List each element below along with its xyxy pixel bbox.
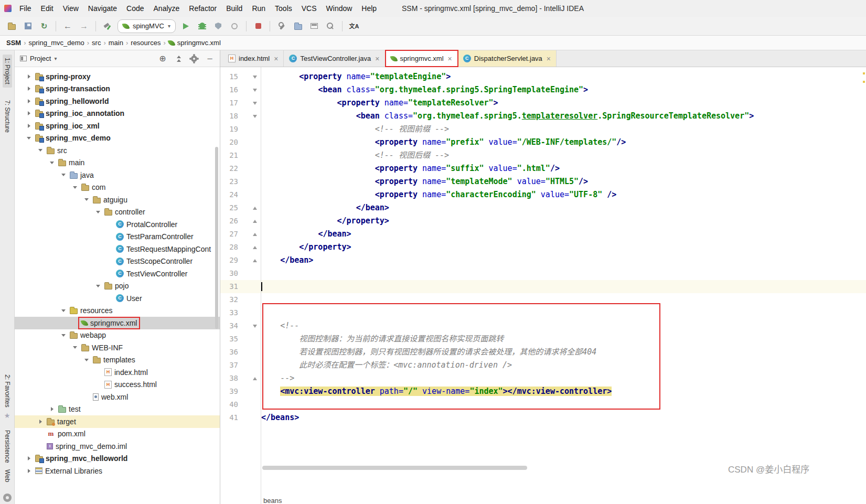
tree-row-spring-proxy[interactable]: spring-proxy [15,70,220,83]
breadcrumb-item-main[interactable]: main [109,39,123,47]
chevron-expanded-icon[interactable] [60,171,67,179]
tree-row-testparamcontroller[interactable]: CTestParamController [15,231,220,243]
tool-window-button-persistence[interactable]: Persistence [3,427,12,466]
menu-refactor[interactable]: Refactor [184,1,221,16]
translate-button[interactable]: 文A [348,20,360,33]
sync-button[interactable] [38,20,50,33]
coverage-button[interactable] [212,20,224,33]
close-icon[interactable]: × [375,55,379,63]
warning-mark[interactable] [863,72,865,74]
project-panel-title[interactable]: Project [30,55,51,62]
tree-row-index-html[interactable]: Hindex.html [15,366,220,379]
chevron-expanded-icon[interactable] [71,184,79,191]
tree-row-main[interactable]: main [15,157,220,169]
tree-row-controller[interactable]: controller [15,206,220,219]
tree-row-success-html[interactable]: Hsuccess.html [15,379,220,391]
breadcrumb-item-resources[interactable]: resources [131,39,161,47]
close-icon[interactable]: × [547,55,551,63]
tree-row-src[interactable]: src [15,144,220,157]
breadcrumb-item-springmvc-xml[interactable]: springmvc.xml [168,39,221,47]
tree-row-spring-transaction[interactable]: spring-transaction [15,83,220,95]
tab-testviewcontroller-java[interactable]: CTestViewController.java× [284,50,385,67]
tree-row-test[interactable]: test [15,403,220,416]
tree-row-pojo[interactable]: pojo [15,280,220,293]
tree-row-atguigu[interactable]: atguigu [15,194,220,206]
wrench-button[interactable] [275,20,288,33]
breadcrumb-item-spring-mvc-demo[interactable]: spring_mvc_demo [29,39,84,47]
project-tree-scrollbar[interactable] [215,147,218,329]
save-button[interactable] [22,20,34,33]
tree-row-protalcontroller[interactable]: CProtalController [15,218,220,231]
fold-marker[interactable] [251,323,259,330]
menu-tools[interactable]: Tools [270,1,297,16]
tree-row-testrequestmappingcont[interactable]: CTestRequestMappingCont [15,243,220,255]
tool-window-button-1-project[interactable]: 1: Project [3,55,12,88]
tool-windows-toggle-icon[interactable] [3,494,12,502]
chevron-expanded-icon[interactable] [94,208,102,216]
menu-run[interactable]: Run [247,1,270,16]
editor-breadcrumb[interactable]: beans [263,497,282,504]
fold-marker[interactable] [251,205,259,212]
tree-row-resources[interactable]: resources [15,305,220,317]
fold-marker[interactable] [251,231,259,238]
fold-marker[interactable] [251,244,259,251]
menu-help[interactable]: Help [357,1,381,16]
tree-row-java[interactable]: java [15,169,220,181]
chevron-expanded-icon[interactable] [25,134,33,142]
tree-row-spring-ioc-xml[interactable]: spring_ioc_xml [15,120,220,132]
chevron-collapsed-icon[interactable] [48,405,56,413]
chevron-expanded-icon[interactable] [94,282,102,289]
breadcrumb-item-ssm[interactable]: SSM [6,39,21,47]
chevron-expanded-icon[interactable] [48,159,56,166]
tree-row-spring-mvc-demo[interactable]: spring_mvc_demo [15,132,220,145]
tool-window-button-7-structure[interactable]: 7: Structure [3,97,12,136]
menu-view[interactable]: View [58,1,83,16]
chevron-expanded-icon[interactable] [37,147,44,154]
menu-analyze[interactable]: Analyze [149,1,185,16]
tree-row-external-libraries[interactable]: External Libraries [15,465,220,477]
fold-marker[interactable] [251,375,259,382]
menu-window[interactable]: Window [322,1,357,16]
fold-marker[interactable] [251,113,259,120]
stop-button[interactable] [252,20,264,33]
chevron-expanded-icon[interactable] [71,344,79,351]
tree-row-pom-xml[interactable]: mpom.xml [15,428,220,441]
chevron-expanded-icon[interactable] [60,331,67,339]
menu-file[interactable]: File [15,1,36,16]
warning-mark[interactable] [863,81,865,83]
tab-springmvc-xml[interactable]: springmvc.xml× [386,50,458,67]
menu-vcs[interactable]: VCS [297,1,322,16]
close-icon[interactable]: × [448,55,452,63]
chevron-expanded-icon[interactable] [60,307,67,314]
tree-row-spring-mvc-demo-iml[interactable]: Ispring_mvc_demo.iml [15,440,220,453]
tree-row-testviewcontroller[interactable]: CTestViewController [15,267,220,280]
tree-row-testscopecontroller[interactable]: CTestScopeController [15,255,220,268]
chevron-collapsed-icon[interactable] [37,418,44,425]
tree-row-springmvc-xml[interactable]: springmvc.xml [15,317,220,329]
chevron-expanded-icon[interactable] [83,196,90,203]
menu-code[interactable]: Code [122,1,148,16]
chevron-down-icon[interactable]: ▾ [54,56,57,61]
breadcrumb-item-src[interactable]: src [92,39,101,47]
tree-row-templates[interactable]: templates [15,354,220,367]
chevron-collapsed-icon[interactable] [25,98,33,105]
menu-navigate[interactable]: Navigate [83,1,122,16]
collapse-button[interactable] [174,54,183,63]
menu-build[interactable]: Build [221,1,247,16]
menu-edit[interactable]: Edit [36,1,58,16]
frame-button[interactable] [308,20,320,33]
chevron-collapsed-icon[interactable] [25,467,33,475]
back-button[interactable] [61,20,74,33]
tree-row-spring-helloworld[interactable]: spring_helloworld [15,95,220,108]
forward-button[interactable] [78,20,90,33]
debug-button[interactable] [196,20,208,33]
profiler-button[interactable] [228,20,241,33]
close-icon[interactable]: × [274,55,278,63]
editor-hscrollbar[interactable] [262,466,527,470]
code-editor[interactable]: <property name="templateEngine"> <bean c… [261,67,866,504]
fold-marker[interactable] [251,218,259,225]
build-button[interactable] [101,20,114,33]
chevron-collapsed-icon[interactable] [25,110,33,117]
tree-row-spring-mvc-helloworld[interactable]: spring_mvc_helloworld [15,453,220,465]
tree-row-target[interactable]: target [15,415,220,428]
